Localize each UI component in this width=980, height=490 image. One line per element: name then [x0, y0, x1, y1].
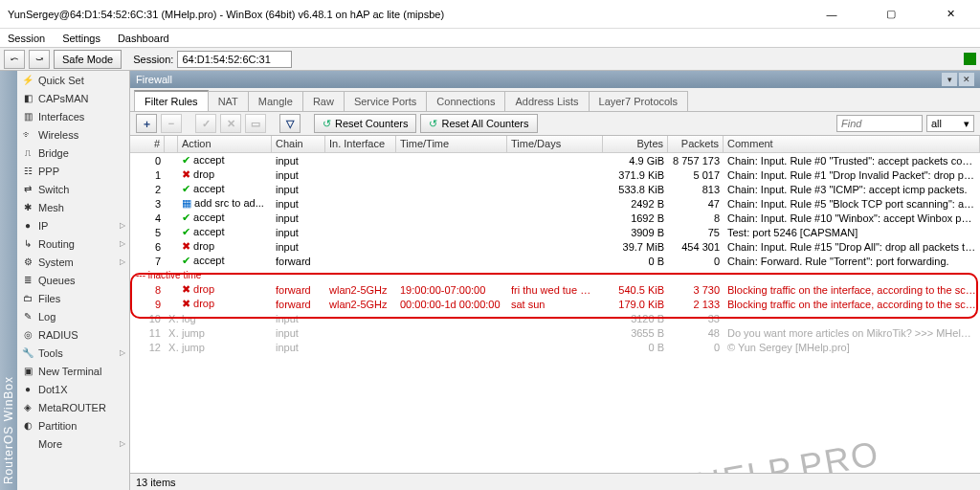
sidebar-item-files[interactable]: 🗀Files — [17, 289, 129, 307]
sidebar-item-label: Dot1X — [38, 384, 68, 395]
table-row[interactable]: 3▦ add src to ad...input2492 B47Chain: I… — [130, 196, 980, 211]
toolbar: ⤺ ⤻ Safe Mode Session: 64:D1:54:52:6C:31 — [0, 48, 980, 71]
col-packets[interactable]: Packets — [668, 136, 724, 152]
panel-close-icon[interactable]: ✕ — [959, 73, 974, 86]
sidebar-item-wireless[interactable]: ᯤWireless — [17, 125, 129, 144]
sidebar-item-label: Switch — [38, 184, 69, 195]
comment-button[interactable]: ▭ — [245, 114, 266, 133]
sidebar-item-label: Partition — [38, 420, 77, 432]
table-row[interactable]: 1✖ dropinput371.9 KiB5 017Chain: Input. … — [130, 167, 980, 182]
sidebar-item-label: Queues — [38, 275, 76, 286]
system-icon: ⚙ — [21, 256, 34, 269]
panel-header: Firewall ▾ ✕ — [130, 71, 980, 88]
menu-settings[interactable]: Settings — [62, 33, 100, 44]
more-icon — [21, 437, 34, 451]
back-button[interactable]: ⤺ — [4, 50, 25, 69]
table-row[interactable]: 6✖ dropinput39.7 MiB454 301Chain: Input.… — [130, 239, 980, 254]
sidebar-item-mesh[interactable]: ✱Mesh — [17, 198, 129, 216]
close-button[interactable]: ✕ — [928, 1, 972, 28]
tab-layer7-protocols[interactable]: Layer7 Protocols — [589, 91, 689, 111]
sidebar-item-label: RADIUS — [38, 329, 78, 341]
remove-button[interactable]: − — [161, 114, 182, 133]
sidebar-item-dot1x[interactable]: ●Dot1X — [17, 380, 129, 398]
tab-raw[interactable]: Raw — [302, 91, 345, 111]
sidebar-item-ip[interactable]: ●IP▷ — [17, 216, 129, 234]
tab-service-ports[interactable]: Service Ports — [344, 91, 427, 111]
sidebar-item-interfaces[interactable]: ▥Interfaces — [17, 107, 129, 125]
table-row[interactable]: 9✖ dropforwardwlan2-5GHz00:00:00-1d 00:0… — [130, 297, 980, 311]
session-field[interactable]: 64:D1:54:52:6C:31 — [177, 51, 292, 68]
col-comment[interactable]: Comment — [724, 136, 980, 152]
sidebar-item-switch[interactable]: ⇄Switch — [17, 180, 129, 198]
table-row[interactable]: 5✔ acceptinput3909 B75Test: port 5246 [C… — [130, 225, 980, 239]
col-chain[interactable]: Chain — [272, 136, 325, 152]
table-row[interactable]: 4✔ acceptinput1692 B8Chain: Input. Rule … — [130, 211, 980, 225]
tab-address-lists[interactable]: Address Lists — [504, 91, 589, 111]
sidebar-item-metarouter[interactable]: ◈MetaROUTER — [17, 398, 129, 416]
sidebar-menu: ⚡Quick Set◧CAPsMAN▥InterfacesᯤWireless⎍B… — [17, 71, 130, 490]
col-iface[interactable]: In. Interface — [325, 136, 396, 152]
menu-dashboard[interactable]: Dashboard — [118, 33, 169, 44]
grid-header: # Action Chain In. Interface Time/Time T… — [130, 136, 980, 153]
sidebar-item-label: Bridge — [38, 147, 69, 159]
col-icon[interactable] — [165, 136, 178, 152]
section-label: --- inactive time — [130, 268, 980, 282]
chevron-right-icon: ▷ — [120, 348, 125, 357]
table-row[interactable]: 8✖ dropforwardwlan2-5GHz19:00:00-07:00:0… — [130, 282, 980, 297]
disable-button[interactable]: ✕ — [220, 114, 241, 133]
files-icon: 🗀 — [21, 292, 34, 305]
table-row[interactable]: 0✔ acceptinput4.9 GiB8 757 173Chain: Inp… — [130, 153, 980, 167]
reset-all-counters-button[interactable]: ↺Reset All Counters — [420, 114, 537, 133]
sidebar-item-quick-set[interactable]: ⚡Quick Set — [17, 71, 129, 89]
panel-min-icon[interactable]: ▾ — [942, 73, 957, 86]
filter-button[interactable]: ▽ — [279, 114, 301, 133]
sidebar-item-partition[interactable]: ◐Partition — [17, 416, 129, 434]
sidebar-item-ppp[interactable]: ☷PPP — [17, 162, 129, 180]
sidebar-item-log[interactable]: ✎Log — [17, 307, 129, 325]
sidebar-item-queues[interactable]: ≣Queues — [17, 271, 129, 289]
vertical-brand: RouterOS WinBox — [0, 71, 17, 490]
sidebar-item-bridge[interactable]: ⎍Bridge — [17, 144, 129, 162]
sidebar-item-capsman[interactable]: ◧CAPsMAN — [17, 89, 129, 107]
sidebar-item-label: Tools — [38, 347, 63, 359]
tab-filter-rules[interactable]: Filter Rules — [134, 90, 209, 111]
tab-connections[interactable]: Connections — [426, 91, 505, 111]
firewall-grid: # Action Chain In. Interface Time/Time T… — [130, 136, 980, 473]
find-input[interactable] — [836, 115, 923, 132]
table-row[interactable]: 7✔ acceptforward0 B0Chain: Forward. Rule… — [130, 254, 980, 268]
caps-icon: ◧ — [21, 92, 34, 105]
table-row[interactable]: 12X jumpinput0 B0© Yun Sergey [MHelp.pro… — [130, 340, 980, 354]
ip-icon: ● — [21, 219, 34, 233]
chevron-right-icon: ▷ — [120, 439, 125, 448]
safe-mode-button[interactable]: Safe Mode — [54, 50, 122, 69]
bolt-icon: ⚡ — [21, 74, 34, 87]
radius-icon: ◎ — [21, 328, 34, 342]
if-icon: ▥ — [21, 110, 34, 123]
col-td[interactable]: Time/Days — [507, 136, 603, 152]
sidebar-item-more[interactable]: More▷ — [17, 434, 129, 453]
sidebar-item-system[interactable]: ⚙System▷ — [17, 253, 129, 271]
routing-icon: ↳ — [21, 237, 34, 251]
tab-nat[interactable]: NAT — [208, 91, 249, 111]
enable-button[interactable]: ✓ — [195, 114, 216, 133]
col-tt[interactable]: Time/Time — [396, 136, 507, 152]
table-row[interactable]: 2✔ acceptinput533.8 KiB813Chain: Input. … — [130, 182, 980, 196]
table-row[interactable]: 11X jumpinput3655 B48Do you want more ar… — [130, 325, 980, 340]
sidebar-item-new-terminal[interactable]: ▣New Terminal — [17, 362, 129, 380]
col-action[interactable]: Action — [178, 136, 272, 152]
minimize-button[interactable]: ― — [810, 1, 854, 28]
col-num[interactable]: # — [130, 136, 165, 152]
all-select[interactable]: all▾ — [926, 115, 974, 132]
reset-counters-button[interactable]: ↺Reset Counters — [314, 114, 416, 133]
sidebar-item-routing[interactable]: ↳Routing▷ — [17, 234, 129, 253]
tab-mangle[interactable]: Mangle — [248, 91, 303, 111]
watermark: MHELP.PRO More MikroTik scripts — [663, 434, 884, 473]
sidebar-item-radius[interactable]: ◎RADIUS — [17, 325, 129, 344]
table-row[interactable]: 10X loginput3120 B33 — [130, 311, 980, 325]
sidebar-item-tools[interactable]: 🔧Tools▷ — [17, 344, 129, 362]
forward-button[interactable]: ⤻ — [29, 50, 50, 69]
menu-session[interactable]: Session — [8, 33, 45, 44]
maximize-button[interactable]: ▢ — [869, 1, 913, 28]
add-button[interactable]: ＋ — [136, 114, 157, 133]
col-bytes[interactable]: Bytes — [603, 136, 668, 152]
